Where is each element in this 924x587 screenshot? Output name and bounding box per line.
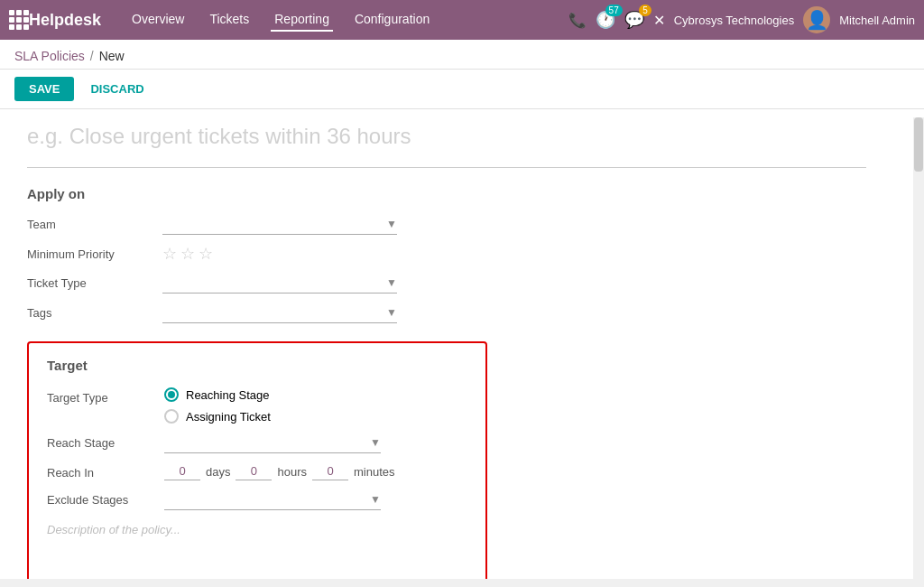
radio-assigning-ticket-label: Assigning Ticket [186,410,271,424]
reach-in-minutes-input[interactable] [312,462,348,480]
star-1[interactable]: ☆ [162,244,177,264]
breadcrumb-parent[interactable]: SLA Policies [14,49,85,63]
scrollbar-track[interactable] [913,117,924,579]
reach-in-fields: days hours minutes [164,462,467,480]
team-label: Team [27,218,162,231]
company-name: Cybrosys Technologies [674,14,794,27]
priority-stars[interactable]: ☆ ☆ ☆ [162,244,866,264]
avatar: 👤 [803,6,830,33]
hours-unit: hours [277,465,307,479]
nav-tickets[interactable]: Tickets [206,8,253,32]
navbar-right: 📞 🕐 57 💬 5 ✕ Cybrosys Technologies 👤 Mit… [568,6,915,33]
reach-stage-arrow-icon: ▼ [370,436,381,449]
apply-on-grid: Team ▼ Minimum Priority ☆ ☆ ☆ Ticket Typ… [27,214,866,323]
reach-in-hours-input[interactable] [236,462,272,480]
exclude-stages-dropdown[interactable]: ▼ [164,489,381,510]
breadcrumb: SLA Policies / New [0,40,924,70]
team-arrow-icon: ▼ [386,218,397,230]
exclude-stages-arrow-icon: ▼ [370,493,381,506]
app-brand: Helpdesk [29,11,101,30]
save-button[interactable]: SAVE [14,77,74,101]
discard-button[interactable]: DISCARD [83,77,151,101]
exclude-stages-label: Exclude Stages [47,489,164,507]
target-box: Target Target Type Reaching Stage Assign… [27,341,487,579]
reach-stage-dropdown[interactable]: ▼ [164,433,381,453]
reach-in-days-input[interactable] [164,462,200,480]
star-2[interactable]: ☆ [180,244,195,264]
grid-icon[interactable] [9,10,29,30]
main-content: e.g. Close urgent tickets within 36 hour… [0,109,924,579]
close-icon[interactable]: ✕ [653,12,665,29]
star-3[interactable]: ☆ [199,244,213,264]
navbar-menu: Overview Tickets Reporting Configuration [128,8,568,32]
radio-assigning-ticket-circle [164,409,179,424]
navbar: Helpdesk Overview Tickets Reporting Conf… [0,0,924,40]
ticket-type-arrow-icon: ▼ [386,276,397,289]
radio-assigning-ticket[interactable]: Assigning Ticket [164,409,467,424]
breadcrumb-current: New [99,49,125,63]
radio-reaching-stage[interactable]: Reaching Stage [164,387,467,402]
message-badge[interactable]: 💬 5 [624,10,644,30]
tags-arrow-icon: ▼ [386,306,397,319]
nav-overview[interactable]: Overview [128,8,188,32]
description-watermark[interactable]: e.g. Close urgent tickets within 36 hour… [27,109,866,168]
user-name: Mitchell Admin [839,14,915,27]
form-area: e.g. Close urgent tickets within 36 hour… [0,109,893,579]
nav-configuration[interactable]: Configuration [351,8,433,32]
target-title: Target [47,358,467,373]
minutes-unit: minutes [354,465,395,479]
target-type-radio-group: Reaching Stage Assigning Ticket [164,387,467,424]
nav-reporting[interactable]: Reporting [271,8,333,32]
message-badge-count: 5 [639,5,651,16]
ticket-type-label: Ticket Type [27,276,162,290]
scrollbar-thumb[interactable] [914,117,923,172]
reach-stage-label: Reach Stage [47,433,164,450]
days-unit: days [206,465,230,479]
breadcrumb-separator: / [90,49,94,63]
apply-on-title: Apply on [27,186,866,201]
tags-label: Tags [27,306,162,320]
reach-in-label: Reach In [47,462,164,480]
team-dropdown[interactable]: ▼ [162,214,397,235]
action-bar: SAVE DISCARD [0,70,924,109]
target-form-grid: Target Type Reaching Stage Assigning Tic… [47,387,467,510]
min-priority-label: Minimum Priority [27,247,162,261]
clock-badge-count: 57 [605,5,623,16]
radio-reaching-stage-label: Reaching Stage [186,388,270,402]
ticket-type-dropdown[interactable]: ▼ [162,273,397,294]
target-type-label: Target Type [47,387,164,405]
phone-icon[interactable]: 📞 [568,12,587,29]
tags-dropdown[interactable]: ▼ [162,303,397,323]
radio-reaching-stage-circle [164,387,179,402]
description-placeholder[interactable]: Description of the policy... [47,510,467,544]
clock-badge[interactable]: 🕐 57 [596,10,615,30]
